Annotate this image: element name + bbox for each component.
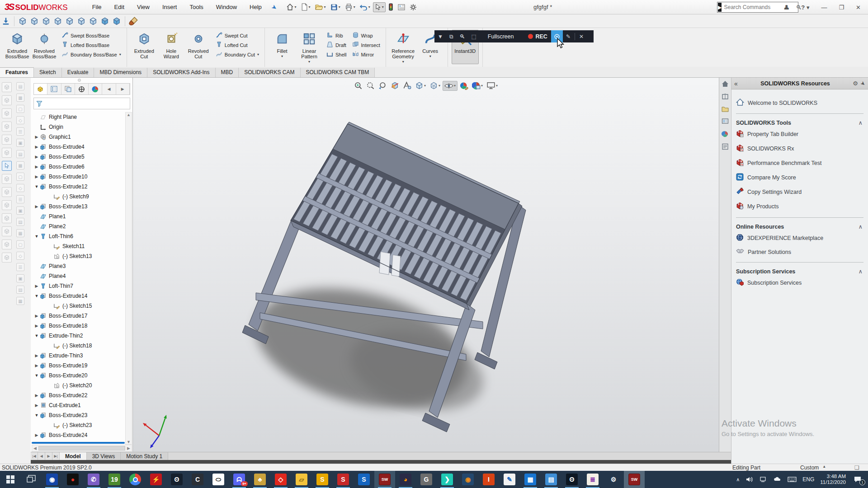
appearances-scenes-tab[interactable] (722, 131, 729, 139)
revolved-cut-button[interactable]: Revolved Cut (185, 30, 212, 64)
pane-options-gear-icon[interactable]: ⚙ (853, 80, 858, 87)
tab-solidworks-cam-tbm[interactable]: SOLIDWORKS CAM TBM (301, 68, 375, 77)
recorder-fullscreen-label[interactable]: Fullscreen (488, 33, 514, 40)
tree-filter-row[interactable] (33, 98, 130, 109)
nav-first-icon[interactable]: |◀ (31, 452, 38, 460)
lofted-boss-base-button[interactable]: Lofted Boss/Base (60, 40, 123, 50)
tree-item-sketch11[interactable]: Sketch11 (32, 241, 126, 251)
taskbar-cinema4d[interactable]: C (187, 471, 208, 488)
taskbar-vegas[interactable]: S (354, 471, 374, 488)
hole-wizard-button[interactable]: Hole Wizard (158, 30, 185, 64)
expand-down-icon[interactable]: ▼ (33, 234, 40, 239)
recorder-dropdown-icon[interactable]: ▼ (434, 33, 446, 40)
zoom-to-fit-button[interactable] (353, 80, 364, 91)
tree-item-plane3[interactable]: Plane3 (32, 261, 126, 271)
tree-vertical-scrollbar[interactable]: ▲▼ (125, 112, 132, 445)
taskbar-gimp[interactable]: G (416, 471, 437, 488)
recorder-window-icon[interactable]: ⧉ (446, 33, 457, 40)
section-online-resources[interactable]: Online Resources∧ (731, 221, 868, 231)
taskbar-winrar-game[interactable]: ♣ (250, 471, 270, 488)
fillet-button[interactable]: Fillet▾ (269, 30, 296, 64)
taskbar-oculus[interactable]: ⬭ (208, 471, 229, 488)
view-orientation-cube-icon[interactable] (77, 17, 86, 26)
wrap-button[interactable]: Wrap (350, 31, 382, 40)
tree-item-graphic1[interactable]: ▶Graphic1 (32, 132, 126, 142)
graphics-viewport[interactable]: ▾▾▾▾▾ (133, 78, 719, 452)
previous-view-button[interactable] (377, 80, 388, 91)
linear-pattern-button[interactable]: Linear Pattern▾ (296, 30, 323, 64)
pane-scroll-left[interactable]: ◀ (102, 84, 116, 94)
tree-item-sketch18[interactable]: (-) Sketch18 (32, 341, 126, 351)
expand-down-icon[interactable]: ▼ (33, 373, 40, 378)
scroll-right-icon[interactable]: ▶ (127, 446, 130, 450)
taskbar-blender[interactable]: ◉ (458, 471, 478, 488)
taskbar-slideshow-app[interactable]: ▤ (541, 471, 561, 488)
collapse-section-icon[interactable]: ∧ (859, 223, 863, 230)
sketch-tool-icon[interactable]: ▤ (16, 218, 24, 226)
expand-right-icon[interactable]: ▶ (33, 145, 40, 149)
sketch-tool-icon[interactable]: ▦ (16, 94, 24, 102)
view-tool-icon[interactable] (2, 148, 12, 158)
onedrive-cloud-icon[interactable] (774, 476, 782, 483)
tree-item-cut-extrude1[interactable]: ▶Cut-Extrude1 (32, 400, 126, 410)
expand-right-icon[interactable]: ▶ (33, 324, 40, 328)
boundary-boss-base-button[interactable]: Boundary Boss/Base▾ (60, 50, 123, 59)
view-orientation-button[interactable]: ▾ (414, 80, 427, 91)
link-my-products[interactable]: SWMy Products (731, 199, 868, 214)
revolved-boss-base-button[interactable]: Revolved Boss/Base (31, 30, 58, 64)
search-scope-icon[interactable]: ▶ (718, 3, 722, 12)
expand-right-icon[interactable]: ▶ (33, 204, 40, 209)
tree-item-boss-extrude24[interactable]: ▶Boss-Extrude24 (32, 430, 126, 440)
close-button[interactable]: ✕ (853, 3, 863, 12)
touch-keyboard-icon[interactable] (788, 476, 797, 483)
sketch-tool-icon[interactable]: ▦ (16, 161, 24, 169)
menu-tools[interactable]: Tools (184, 2, 208, 12)
tree-item-sketch15[interactable]: (-) Sketch15 (32, 301, 126, 311)
dropdown-caret-icon[interactable]: ▾ (119, 52, 121, 56)
rollback-bar[interactable] (32, 442, 125, 444)
tree-item-origin[interactable]: Origin (32, 122, 126, 132)
scrollbar-thumb[interactable] (38, 446, 125, 450)
user-account-icon[interactable]: 👤︎ (781, 3, 792, 12)
tree-item-boss-extrude19[interactable]: ▶Boss-Extrude19 (32, 361, 126, 371)
tree-item-sketch20[interactable]: (-) Sketch20 (32, 380, 126, 390)
recorder-close-icon[interactable]: ✕ (576, 33, 587, 40)
sketch-tool-icon[interactable]: ☰ (16, 127, 24, 136)
file-explorer-pane-tab[interactable] (722, 106, 729, 113)
taskbar-sketchup[interactable]: S (312, 471, 333, 488)
view-tool-icon[interactable] (2, 226, 12, 236)
print-button[interactable]: ▾ (343, 2, 357, 12)
taskbar-viber[interactable]: ✆ (83, 471, 104, 488)
link-partner-solutions[interactable]: Partner Solutions (731, 245, 868, 258)
menu-view[interactable]: View (132, 2, 155, 12)
dropdown-caret-icon[interactable]: ▾ (402, 60, 404, 64)
intersect-button[interactable]: Intersect (350, 40, 382, 50)
notification-center-icon[interactable]: 1 (852, 474, 863, 484)
view-tool-icon[interactable] (2, 122, 12, 131)
expand-right-icon[interactable]: ▶ (33, 174, 40, 179)
tree-item-boss-extrude12[interactable]: ▼Boss-Extrude12 (32, 182, 126, 192)
restore-button[interactable]: ❐ (836, 3, 847, 12)
pin-menu-icon[interactable]: ➤ (270, 3, 278, 12)
expand-right-icon[interactable]: ▶ (33, 403, 40, 408)
taskbar-steam-dark[interactable]: ʘ (561, 471, 582, 488)
expand-right-icon[interactable]: ▶ (33, 135, 40, 139)
tree-item-plane4[interactable]: Plane4 (32, 271, 126, 281)
open-button[interactable]: ▾ (313, 2, 328, 12)
view-orientation-cube-icon[interactable] (112, 17, 121, 26)
scroll-left-icon[interactable]: ◀ (33, 446, 37, 450)
tree-item-sketch9[interactable]: (-) Sketch9 (32, 192, 126, 202)
view-orientation-cube-icon[interactable] (30, 17, 39, 26)
sketch-tool-icon[interactable]: ▤ (16, 286, 24, 294)
tab-evaluate[interactable]: Evaluate (62, 68, 94, 77)
tree-item-loft-thin6[interactable]: ▼Loft-Thin6 (32, 231, 126, 241)
tree-item-loft-thin7[interactable]: ▶Loft-Thin7 (32, 281, 126, 291)
view-tool-icon[interactable] (2, 174, 12, 184)
tree-item-boss-extrude10[interactable]: ▶Boss-Extrude10 (32, 172, 126, 182)
boundary-cut-button[interactable]: Boundary Cut▾ (214, 50, 261, 59)
sketch-tool-icon[interactable]: ▢ (16, 240, 24, 249)
tree-item-boss-extrude14[interactable]: ▼Boss-Extrude14 (32, 291, 126, 301)
tab-3d-views[interactable]: 3D Views (87, 452, 121, 460)
tab-solidworks-add-ins[interactable]: SOLIDWORKS Add-Ins (147, 68, 215, 77)
zoom-to-area-button[interactable] (365, 80, 376, 91)
